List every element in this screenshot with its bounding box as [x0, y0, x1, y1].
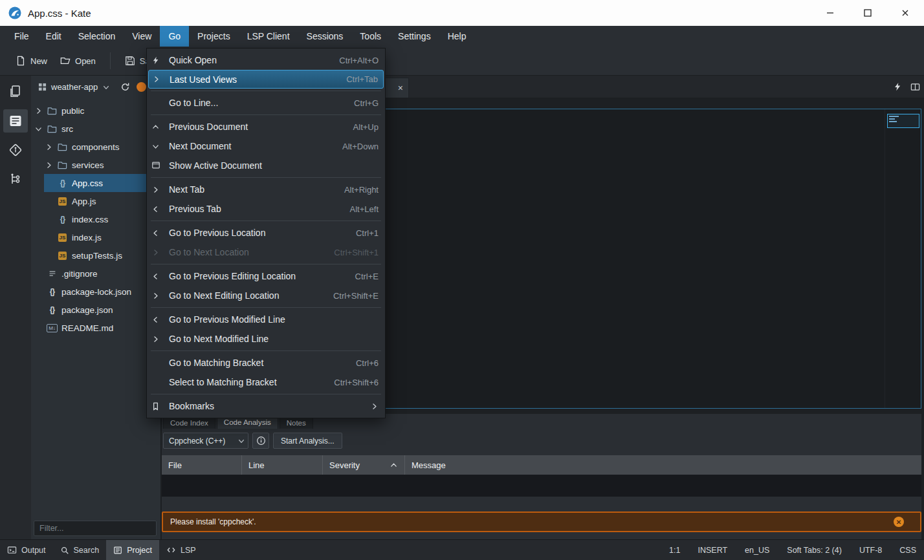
column-header-line[interactable]: Line — [242, 455, 323, 475]
menubar-item-lsp-client[interactable]: LSP Client — [239, 26, 298, 47]
chevron-down-icon[interactable] — [34, 125, 43, 133]
column-header-message[interactable]: Message — [405, 455, 921, 475]
tree-item-label: services — [72, 160, 104, 170]
status-input-mode[interactable]: INSERT — [698, 546, 727, 555]
menu-item-go-to-next-editing-location[interactable]: Go to Next Editing LocationCtrl+Shift+E — [147, 286, 385, 305]
menu-item-go-to-previous-location[interactable]: Go to Previous LocationCtrl+1 — [147, 223, 385, 242]
menu-item-bookmarks[interactable]: Bookmarks — [147, 396, 385, 416]
projects-toolview-button[interactable] — [3, 109, 28, 133]
menu-item-go-to-matching-bracket[interactable]: Go to Matching BracketCtrl+6 — [147, 353, 385, 372]
status-tab-settings[interactable]: Soft Tabs: 2 (4) — [787, 546, 842, 555]
status-search-button[interactable]: Search — [53, 540, 107, 560]
chevron-right-icon[interactable] — [34, 107, 43, 115]
menubar-item-projects[interactable]: Projects — [189, 26, 239, 47]
menubar-item-go[interactable]: Go — [160, 26, 189, 47]
menu-item-shortcut: Ctrl+Alt+O — [330, 56, 379, 65]
open-folder-icon — [60, 56, 71, 66]
project-selector[interactable]: weather-app — [35, 79, 114, 95]
filter-input[interactable] — [34, 521, 157, 536]
analysis-tool-select[interactable]: Cppcheck (C++) — [163, 433, 248, 449]
menu-item-go-to-next-location[interactable]: Go to Next LocationCtrl+Shift+1 — [147, 242, 385, 262]
menu-item-shortcut: Ctrl+E — [346, 272, 379, 281]
menubar-item-settings[interactable]: Settings — [390, 26, 439, 47]
project-status-icon[interactable] — [137, 82, 146, 92]
menu-item-previous-tab[interactable]: Previous TabAlt+Left — [147, 199, 385, 219]
menu-item-go-to-next-modified-line[interactable]: Go to Next Modified Line — [147, 329, 385, 349]
menu-item-quick-open[interactable]: Quick OpenCtrl+Alt+O — [147, 50, 385, 70]
menu-item-show-active-document[interactable]: Show Active Document — [147, 156, 385, 175]
status-project-button[interactable]: Project — [106, 540, 159, 560]
status-syntax-mode[interactable]: CSS — [899, 546, 916, 555]
minimap-viewport[interactable] — [887, 114, 919, 128]
menu-item-go-to-previous-editing-location[interactable]: Go to Previous Editing LocationCtrl+E — [147, 266, 385, 286]
git-toolview-button[interactable] — [3, 138, 28, 162]
open-button-label: Open — [75, 56, 96, 66]
menubar-item-tools[interactable]: Tools — [351, 26, 390, 47]
menu-item-go-to-previous-modified-line[interactable]: Go to Previous Modified Line — [147, 310, 385, 329]
tree-item-label: package.json — [61, 305, 113, 315]
quick-open-button[interactable] — [893, 82, 902, 91]
symbols-toolview-button[interactable] — [3, 167, 28, 191]
tree-item-index-css[interactable]: {}index.css — [31, 210, 160, 228]
chevron-right-icon[interactable] — [45, 161, 53, 169]
statusbar-right: 1:1INSERTen_USSoft Tabs: 2 (4)UTF-8CSS — [669, 540, 916, 560]
tab-close-button[interactable]: × — [398, 83, 403, 92]
tree-item-label: App.css — [72, 178, 103, 188]
open-button[interactable]: Open — [54, 52, 102, 70]
menu-item-last-used-views[interactable]: Last Used ViewsCtrl+Tab — [148, 70, 384, 89]
minimize-button[interactable] — [811, 0, 849, 26]
split-view-button[interactable] — [910, 82, 920, 92]
new-button[interactable]: New — [9, 52, 54, 70]
tree-item-index-js[interactable]: JSindex.js — [31, 228, 160, 246]
tree-item-src[interactable]: src — [31, 120, 160, 138]
column-header-severity[interactable]: Severity — [323, 455, 405, 475]
tree-item-readme-md[interactable]: M↓README.md — [31, 319, 160, 337]
tree-item-label: components — [72, 142, 120, 152]
menubar-item-selection[interactable]: Selection — [70, 26, 124, 47]
start-analysis-label: Start Analysis... — [281, 436, 335, 446]
maximize-button[interactable] — [849, 0, 886, 26]
tree-item-public[interactable]: public — [31, 102, 160, 120]
tree-item-app-js[interactable]: JSApp.js — [31, 192, 160, 210]
menu-item-label: Select to Matching Bracket — [169, 377, 277, 387]
menu-item-next-tab[interactable]: Next TabAlt+Right — [147, 180, 385, 199]
menubar-item-view[interactable]: View — [124, 26, 160, 47]
tree-item-package-lock-json[interactable]: {}package-lock.json — [31, 283, 160, 301]
start-analysis-button[interactable]: Start Analysis... — [273, 433, 342, 449]
info-icon — [256, 436, 266, 446]
status-lsp-button[interactable]: LSP — [159, 540, 203, 560]
tree-item-setuptests-js[interactable]: JSsetupTests.js — [31, 246, 160, 264]
menu-item-next-document[interactable]: Next DocumentAlt+Down — [147, 136, 385, 156]
js-file-icon: JS — [57, 233, 68, 242]
tree-item-components[interactable]: components — [31, 138, 160, 156]
menu-item-select-to-matching-bracket[interactable]: Select to Matching BracketCtrl+Shift+6 — [147, 372, 385, 392]
menu-separator — [151, 177, 381, 178]
close-button[interactable] — [886, 0, 924, 26]
minimap-mark — [889, 116, 899, 117]
status-output-button[interactable]: Output — [0, 540, 53, 560]
warning-close-button[interactable]: ✕ — [894, 517, 904, 527]
status-dictionary[interactable]: en_US — [745, 546, 769, 555]
menubar-item-sessions[interactable]: Sessions — [298, 26, 352, 47]
project-name: weather-app — [51, 82, 98, 92]
project-refresh-button[interactable] — [117, 79, 133, 95]
tree-item-package-json[interactable]: {}package.json — [31, 301, 160, 319]
column-header-file[interactable]: File — [162, 455, 242, 475]
minimap-mark — [889, 118, 895, 120]
menu-item-shortcut: Ctrl+Tab — [337, 74, 378, 84]
menubar-item-edit[interactable]: Edit — [38, 26, 70, 47]
tree-item-gitignore[interactable]: .gitignore — [31, 264, 160, 283]
menu-item-previous-document[interactable]: Previous DocumentAlt+Up — [147, 117, 385, 136]
tree-item-services[interactable]: services — [31, 156, 160, 174]
analysis-info-button[interactable] — [252, 433, 269, 449]
documents-toolview-button[interactable] — [3, 80, 28, 103]
tree-item-app-css[interactable]: {}App.css — [31, 174, 160, 192]
chevron-right-icon[interactable] — [45, 143, 53, 151]
folder-file-icon — [57, 160, 68, 170]
minimap-mark — [889, 121, 897, 122]
menubar-item-help[interactable]: Help — [439, 26, 475, 47]
menu-item-go-to-line[interactable]: Go to Line...Ctrl+G — [147, 93, 385, 113]
status-encoding[interactable]: UTF-8 — [859, 546, 882, 555]
status-cursor-position[interactable]: 1:1 — [669, 546, 680, 555]
menubar-item-file[interactable]: File — [6, 26, 38, 47]
